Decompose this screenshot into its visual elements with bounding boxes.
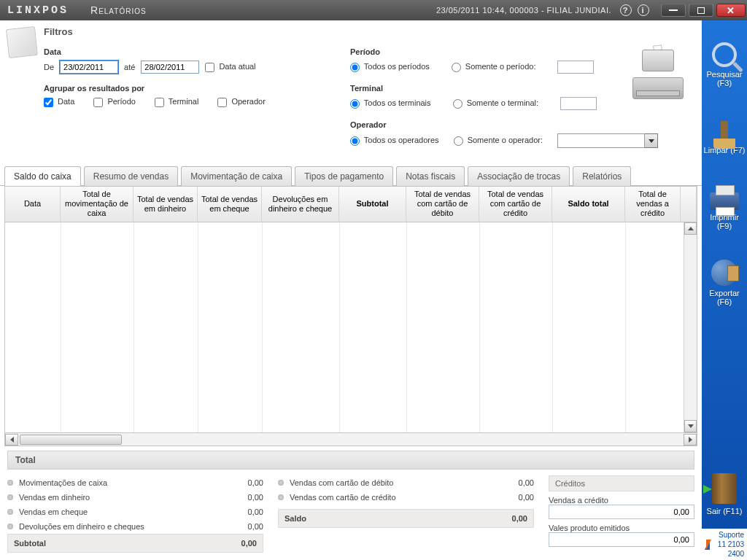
- total-saldo-value: 0,00: [462, 514, 527, 523]
- col-crecard: Total de vendas com cartão de crédito: [479, 187, 552, 222]
- date-from-input[interactable]: [60, 61, 118, 74]
- hscroll-thumb[interactable]: [20, 435, 122, 445]
- data-atual-checkbox[interactable]: Data atual: [205, 62, 255, 72]
- total-mov-label: Movimentações de caixa: [19, 478, 198, 487]
- col-sub: Subtotal: [339, 187, 406, 222]
- search-icon: [712, 42, 737, 67]
- tab-resumo[interactable]: Resumo de vendas: [84, 166, 178, 186]
- totals-title: Total: [7, 451, 694, 470]
- total-sub-value: 0,00: [191, 539, 257, 548]
- tab-strip: Saldo do caixa Resumo de vendas Moviment…: [0, 166, 702, 186]
- col-saldo: Saldo total: [552, 187, 625, 222]
- scroll-left-icon[interactable]: [5, 434, 18, 446]
- support-footer: Suporte 11 2103 2400: [702, 529, 747, 560]
- total-sub-label: Subtotal: [14, 539, 191, 548]
- minimize-button[interactable]: [661, 4, 686, 17]
- cash-register-icon: [629, 48, 687, 99]
- total-mov-value: 0,00: [198, 478, 263, 487]
- de-label: De: [44, 63, 54, 71]
- grid-hscroll[interactable]: [4, 433, 697, 446]
- col-deb: Total de vendas com cartão de débito: [406, 187, 479, 222]
- right-sidebar: Pesquisar (F3) Limpar (F7) Imprimir (F9)…: [702, 20, 747, 560]
- sidebar-print[interactable]: Imprimir (F9): [702, 168, 747, 244]
- scroll-down-icon[interactable]: [684, 420, 697, 432]
- close-button[interactable]: ✕: [716, 4, 746, 17]
- sidebar-clear[interactable]: Limpar (F7): [702, 101, 747, 168]
- total-crd-value: 0,00: [468, 493, 534, 502]
- maximize-button[interactable]: [689, 4, 713, 17]
- operador-label: Operador: [350, 120, 692, 129]
- data-label: Data: [44, 47, 314, 56]
- vales-produto-input[interactable]: [549, 532, 694, 547]
- creditos-header: Créditos: [549, 475, 694, 491]
- operador-all-radio[interactable]: Todos os operadores: [350, 136, 439, 146]
- group-operador-checkbox[interactable]: Operador: [217, 97, 266, 107]
- sidebar-export[interactable]: Exportar (F6): [702, 244, 747, 319]
- group-label: Agrupar os resultados por: [44, 84, 314, 93]
- group-data-checkbox[interactable]: Data: [44, 97, 74, 107]
- scroll-up-icon[interactable]: [684, 222, 697, 235]
- operador-combo-input[interactable]: [557, 133, 645, 148]
- col-din: Total de vendas em dinheiro: [133, 187, 198, 222]
- col-dev: Devoluções em dinheiro e cheque: [262, 187, 339, 222]
- vales-produto-label: Vales produto emitidos: [549, 524, 694, 532]
- ate-label: até: [124, 63, 135, 71]
- tab-notas[interactable]: Notas fiscais: [396, 166, 465, 186]
- filters-title: Filtros: [44, 26, 692, 37]
- totals-panel: Total Movimentações de caixa0,00 Vendas …: [0, 446, 702, 560]
- total-crd-label: Vendas com cartão de crédito: [290, 493, 468, 502]
- group-periodo-checkbox[interactable]: Período: [93, 97, 136, 107]
- col-chq: Total de vendas em cheque: [198, 187, 262, 222]
- broom-icon: [721, 121, 728, 143]
- status-text: 23/05/2011 10:44, 000003 - FILIAL JUNDIA…: [436, 6, 611, 15]
- total-dev-label: Devoluções em dinheiro e cheques: [19, 522, 198, 531]
- sidebar-search[interactable]: Pesquisar (F3): [702, 25, 747, 101]
- terminal-one-radio[interactable]: Somente o terminal:: [453, 98, 539, 109]
- tab-tipos[interactable]: Tipos de pagamento: [295, 166, 393, 186]
- tab-mov[interactable]: Movimentação de caixa: [181, 166, 292, 186]
- periodo-all-radio[interactable]: Todos os períodos: [350, 62, 430, 72]
- grid-vscroll[interactable]: [684, 222, 697, 432]
- terminal-all-radio[interactable]: Todos os terminais: [350, 98, 431, 109]
- total-chq-label: Vendas em cheque: [19, 508, 198, 516]
- exit-door-icon: [712, 473, 737, 504]
- periodo-one-radio[interactable]: Somente o período:: [452, 62, 536, 72]
- grid-header: Data Total de movimentação de caixa Tota…: [4, 186, 697, 222]
- total-saldo-label: Saldo: [285, 514, 462, 523]
- operador-combo-dropdown[interactable]: [645, 133, 658, 148]
- col-cred: Total de vendas a crédito: [625, 187, 681, 222]
- sidebar-exit[interactable]: Sair (F11): [702, 462, 747, 529]
- export-icon: [711, 260, 738, 286]
- printer-icon: [710, 192, 739, 210]
- tab-relat[interactable]: Relatórios: [573, 166, 631, 186]
- scroll-right-icon[interactable]: [684, 434, 697, 446]
- tab-assoc[interactable]: Associação de trocas: [468, 166, 570, 186]
- filters-panel: Filtros Data De até Data atual: [0, 20, 702, 166]
- vendas-credito-input[interactable]: [549, 505, 694, 519]
- terminal-input[interactable]: [560, 97, 597, 110]
- total-dev-value: 0,00: [198, 522, 263, 531]
- vendas-credito-label: Vendas a crédito: [549, 496, 694, 505]
- total-deb-value: 0,00: [468, 478, 534, 487]
- grid-body[interactable]: [4, 222, 697, 433]
- total-chq-value: 0,00: [198, 508, 263, 516]
- help-icon[interactable]: ?: [620, 4, 632, 16]
- group-terminal-checkbox[interactable]: Terminal: [155, 97, 198, 107]
- total-din-label: Vendas em dinheiro: [19, 493, 198, 502]
- operador-one-radio[interactable]: Somente o operador:: [454, 136, 543, 146]
- info-icon[interactable]: i: [638, 4, 649, 16]
- chevron-down-icon: [649, 139, 654, 143]
- app-section: Relatórios: [90, 4, 147, 16]
- app-brand: LINXPOS: [7, 4, 69, 17]
- col-data: Data: [5, 187, 61, 222]
- col-mov: Total de movimentação de caixa: [61, 187, 133, 222]
- date-to-input[interactable]: [141, 61, 199, 74]
- titlebar: LINXPOS Relatórios 23/05/2011 10:44, 000…: [0, 0, 747, 20]
- page-icon: [6, 26, 38, 58]
- periodo-input[interactable]: [557, 61, 594, 74]
- total-deb-label: Vendas com cartão de débito: [290, 478, 468, 487]
- tab-saldo[interactable]: Saldo do caixa: [4, 166, 81, 186]
- support-icon: [705, 540, 711, 550]
- total-din-value: 0,00: [198, 493, 263, 502]
